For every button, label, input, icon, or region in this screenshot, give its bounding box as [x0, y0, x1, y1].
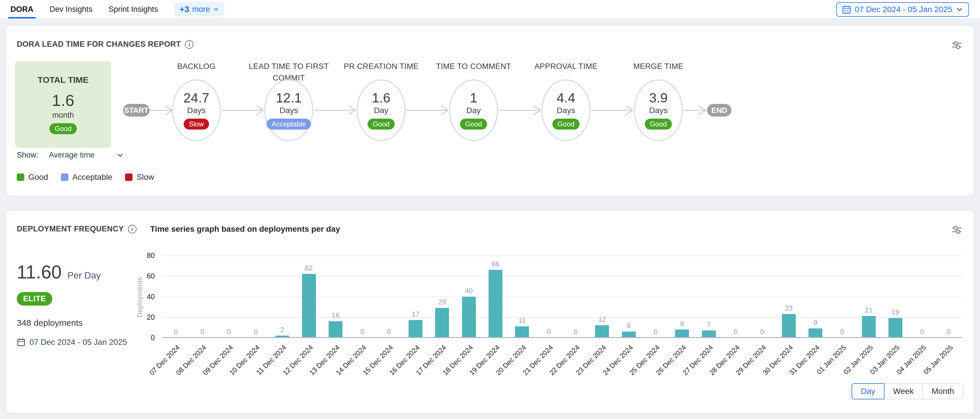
- stage-value: 3.9: [649, 91, 668, 105]
- deployments-bar-chart: 020406080007 Dec 2024008 Dec 2024009 Dec…: [162, 256, 962, 338]
- bar-value-label: 0: [733, 328, 737, 336]
- bar-value-label: 0: [947, 328, 951, 336]
- deployment-frequency-panel: DEPLOYMENT FREQUENCY i Time series graph…: [6, 210, 974, 414]
- y-axis-tick: 0: [134, 333, 155, 342]
- bar-value-label: 21: [865, 306, 873, 314]
- bar-slot: 005 Jan 2025: [935, 256, 962, 338]
- flow-arrow: [499, 104, 541, 117]
- stage-circle: 4.4DaysGood: [541, 79, 590, 141]
- stage-unit: Day: [374, 106, 388, 115]
- bar-value-label: 0: [547, 328, 550, 336]
- stage-title: APPROVAL TIME: [518, 60, 614, 72]
- date-range-picker[interactable]: 07 Dec 2024 - 05 Jan 2025: [836, 2, 969, 17]
- bar-slot: 004 Jan 2025: [909, 256, 935, 338]
- deployment-bar[interactable]: [488, 270, 503, 338]
- deployment-bar[interactable]: [808, 329, 822, 338]
- bar-value-label: 0: [360, 328, 364, 336]
- bar-value-label: 29: [438, 298, 446, 306]
- legend-label: Acceptable: [73, 173, 113, 182]
- deployment-date-range: 07 Dec 2024 - 05 Jan 2025: [17, 338, 127, 347]
- stage-status-badge: Good: [552, 119, 580, 130]
- bar-slot: 007 Dec 2024: [162, 256, 189, 338]
- flow-start-pill: START: [123, 104, 150, 117]
- bar-slot: 022 Dec 2024: [562, 256, 589, 338]
- filter-sliders-icon[interactable]: [951, 223, 963, 236]
- bar-slot: 1903 Jan 2025: [882, 256, 909, 338]
- calendar-icon: [17, 338, 25, 347]
- bar-slot: 624 Dec 2024: [616, 256, 642, 338]
- y-axis-tick: 20: [134, 313, 155, 321]
- legend-swatch: [125, 173, 132, 181]
- bar-slot: 1223 Dec 2024: [589, 256, 615, 338]
- flow-arrow: [591, 104, 633, 117]
- deployment-bar[interactable]: [515, 326, 529, 338]
- deployment-bar[interactable]: [702, 330, 716, 338]
- deployment-date-range-text: 07 Dec 2024 - 05 Jan 2025: [29, 338, 127, 347]
- bar-slot: 211 Dec 2024: [269, 256, 295, 338]
- bar-value-label: 0: [654, 328, 657, 336]
- more-tabs-button[interactable]: +3more: [174, 2, 224, 16]
- chevron-down-icon: [956, 6, 963, 13]
- granularity-toggle: DayWeekMonth: [851, 383, 963, 399]
- deployment-bar[interactable]: [302, 274, 316, 338]
- deployment-bar[interactable]: [462, 297, 476, 338]
- tab-dora[interactable]: DORA: [10, 0, 33, 19]
- deployment-bar[interactable]: [595, 325, 609, 338]
- bar-slot: 025 Dec 2024: [642, 256, 669, 338]
- tab-sprint-insights[interactable]: Sprint Insights: [108, 0, 158, 19]
- deployment-bar[interactable]: [409, 320, 422, 338]
- bar-slot: 2917 Dec 2024: [429, 256, 455, 338]
- y-axis-tick: 40: [134, 293, 155, 301]
- calendar-icon: [842, 5, 851, 14]
- bar-slot: 2102 Jan 2025: [856, 256, 882, 338]
- top-navigation-bar: DORADev InsightsSprint Insights+3more 07…: [0, 0, 980, 19]
- deployment-bar[interactable]: [862, 316, 876, 338]
- stage-status-badge: Acceptable: [267, 119, 311, 130]
- chevron-down-icon: [213, 6, 219, 13]
- flow-arrow: [406, 104, 449, 117]
- bar-value-label: 0: [760, 328, 764, 336]
- lead-time-flow-diagram: STARTBACKLOG24.7DaysSlowLEAD TIME TO FIR…: [6, 26, 974, 196]
- bar-value-label: 8: [680, 320, 684, 328]
- rate-unit: Per Day: [67, 270, 101, 281]
- stage-circle: 12.1DaysAcceptable: [264, 79, 313, 141]
- deployment-bar[interactable]: [675, 330, 689, 338]
- deployment-rate: 11.60 Per Day: [17, 262, 101, 283]
- elite-tier-badge: ELITE: [17, 292, 52, 306]
- bar-slot: 014 Dec 2024: [349, 256, 375, 338]
- stage-unit: Day: [466, 106, 481, 115]
- bar-value-label: 12: [598, 316, 606, 324]
- deployment-bar[interactable]: [622, 332, 636, 338]
- stage-circle: 3.9DaysGood: [634, 79, 683, 141]
- tab-dev-insights[interactable]: Dev Insights: [50, 0, 93, 19]
- legend-item-acceptable: Acceptable: [61, 173, 113, 182]
- deployment-title-text: DEPLOYMENT FREQUENCY: [17, 224, 124, 233]
- stage-unit: Days: [649, 106, 668, 115]
- granularity-week[interactable]: Week: [884, 383, 923, 399]
- info-icon[interactable]: i: [128, 225, 137, 233]
- status-legend: GoodAcceptableSlow: [17, 173, 154, 182]
- bar-slot: 009 Dec 2024: [216, 256, 242, 338]
- deployment-bar[interactable]: [782, 314, 796, 338]
- show-dropdown[interactable]: Show: Average time: [17, 151, 124, 160]
- bar-slot: 6619 Dec 2024: [482, 256, 509, 338]
- stage-circle: 1.6DayGood: [356, 79, 406, 141]
- deployment-bar[interactable]: [329, 321, 342, 338]
- deployment-bar[interactable]: [888, 318, 902, 338]
- bar-value-label: 62: [305, 264, 313, 272]
- show-label: Show:: [17, 151, 38, 160]
- bar-value-label: 6: [627, 322, 631, 330]
- bar-slots: 007 Dec 2024008 Dec 2024009 Dec 2024010 …: [162, 256, 962, 338]
- stage-status-badge: Good: [645, 119, 672, 130]
- granularity-month[interactable]: Month: [922, 383, 963, 399]
- rate-value: 11.60: [17, 262, 62, 283]
- bar-value-label: 0: [200, 328, 204, 336]
- stage-circle: 1DayGood: [449, 79, 498, 141]
- bar-value-label: 7: [707, 321, 711, 329]
- deployment-count: 348 deployments: [17, 318, 83, 328]
- bar-slot: 727 Dec 2024: [695, 256, 722, 338]
- granularity-day[interactable]: Day: [851, 383, 885, 399]
- deployment-bar[interactable]: [435, 308, 449, 338]
- legend-swatch: [61, 173, 68, 181]
- bar-value-label: 0: [253, 328, 257, 336]
